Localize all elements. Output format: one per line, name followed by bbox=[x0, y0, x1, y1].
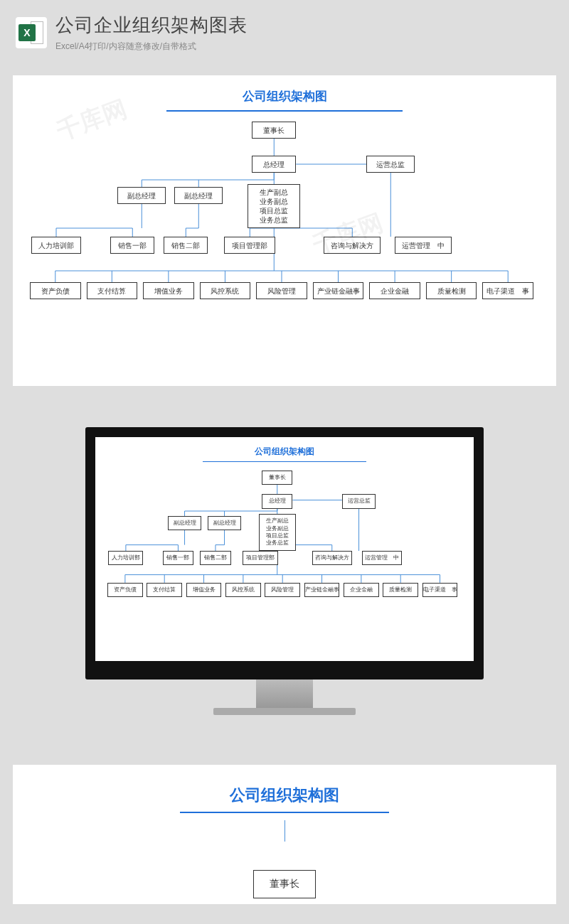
bottom-preview-card: 公司组织架构图 董事长 bbox=[13, 765, 556, 904]
excel-icon: X bbox=[16, 17, 47, 48]
org-node-bottom-8: 电子渠道 事 bbox=[422, 583, 458, 597]
org-node-vp2: 副总经理 bbox=[174, 187, 223, 204]
org-node-bottom-6: 企业金融 bbox=[344, 583, 379, 597]
org-node-gm: 总经理 bbox=[252, 156, 296, 173]
org-node-bottom-4: 风险管理 bbox=[265, 583, 300, 597]
org-node-bottom-3: 风控系统 bbox=[200, 282, 251, 299]
connector-lines bbox=[23, 116, 546, 372]
org-node-vp2: 副总经理 bbox=[208, 516, 242, 530]
org-node-bottom-1: 支付结算 bbox=[147, 583, 182, 597]
org-node-hr: 人力培训部 bbox=[31, 237, 81, 254]
org-node-bottom-5: 产业链金融事 bbox=[304, 583, 340, 597]
chart-title: 公司组织架构图 bbox=[180, 782, 389, 813]
org-node-bottom-8: 电子渠道 事 bbox=[482, 282, 533, 299]
org-node-bottom-7: 质量检测 bbox=[426, 282, 477, 299]
org-node-multi-vp: 生产副总业务副总项目总监业务总监 bbox=[248, 184, 300, 228]
org-node-ops-director: 运营总监 bbox=[366, 156, 415, 173]
org-node-ops-center: 运营管理 中 bbox=[395, 237, 452, 254]
connector-line bbox=[284, 820, 285, 842]
page-header: X 公司企业组织架构图表 Excel/A4打印/内容随意修改/自带格式 bbox=[0, 0, 569, 63]
page-subtitle: Excel/A4打印/内容随意修改/自带格式 bbox=[55, 41, 248, 53]
org-node-bottom-7: 质量检测 bbox=[383, 583, 418, 597]
org-node-sales1: 销售一部 bbox=[163, 551, 193, 565]
monitor-stand bbox=[256, 679, 313, 708]
org-node-bottom-3: 风控系统 bbox=[225, 583, 261, 597]
org-node-bottom-1: 支付结算 bbox=[87, 282, 138, 299]
org-node-bottom-0: 资产负债 bbox=[107, 583, 143, 597]
org-node-hr: 人力培训部 bbox=[108, 551, 143, 565]
org-node-vp1: 副总经理 bbox=[117, 187, 166, 204]
org-node-bottom-2: 增值业务 bbox=[143, 282, 194, 299]
header-text: 公司企业组织架构图表 Excel/A4打印/内容随意修改/自带格式 bbox=[55, 13, 248, 53]
monitor-screen: 公司组织架构图 董事长总经理运营总监副总经理副总经理生产副总业务副总项目总监业务… bbox=[85, 427, 484, 679]
org-node-gm: 总经理 bbox=[262, 494, 292, 508]
org-node-bottom-4: 风险管理 bbox=[256, 282, 307, 299]
org-node-sales1: 销售一部 bbox=[110, 237, 154, 254]
org-node-vp1: 副总经理 bbox=[168, 516, 202, 530]
main-preview-card: 公司组织架构图 董事长总经理运营总监副总经理副总经理生产副总业务副总项目总监业务… bbox=[13, 75, 556, 386]
monitor-mockup: 公司组织架构图 董事长总经理运营总监副总经理副总经理生产副总业务副总项目总监业务… bbox=[0, 399, 569, 765]
monitor-base bbox=[213, 708, 356, 715]
org-chart-small: 董事长总经理运营总监副总经理副总经理生产副总业务副总项目总监业务总监人力培训部销… bbox=[102, 466, 467, 651]
org-node-consult: 咨询与解决方 bbox=[324, 237, 381, 254]
page-title: 公司企业组织架构图表 bbox=[55, 13, 248, 38]
chart-title: 公司组织架构图 bbox=[203, 444, 366, 462]
org-node-consult: 咨询与解决方 bbox=[312, 551, 352, 565]
org-node-sales2: 销售二部 bbox=[164, 237, 208, 254]
org-node-pm: 项目管理部 bbox=[224, 237, 275, 254]
org-node-bottom-5: 产业链金融事 bbox=[313, 282, 364, 299]
org-node-ops-director: 运营总监 bbox=[342, 494, 376, 508]
org-node-ops-center: 运营管理 中 bbox=[362, 551, 402, 565]
org-node-chairman: 董事长 bbox=[252, 122, 296, 139]
chart-title: 公司组织架构图 bbox=[166, 85, 402, 112]
org-node-bottom-0: 资产负债 bbox=[30, 282, 81, 299]
org-node-chairman: 董事长 bbox=[262, 471, 292, 485]
org-node-bottom-6: 企业金融 bbox=[369, 282, 420, 299]
org-node-chairman: 董事长 bbox=[253, 870, 316, 898]
org-chart-main: 董事长总经理运营总监副总经理副总经理生产副总业务副总项目总监业务总监人力培训部销… bbox=[23, 116, 546, 372]
org-node-sales2: 销售二部 bbox=[200, 551, 230, 565]
org-node-pm: 项目管理部 bbox=[243, 551, 278, 565]
org-node-multi-vp: 生产副总业务副总项目总监业务总监 bbox=[259, 514, 296, 551]
org-node-bottom-2: 增值业务 bbox=[186, 583, 222, 597]
